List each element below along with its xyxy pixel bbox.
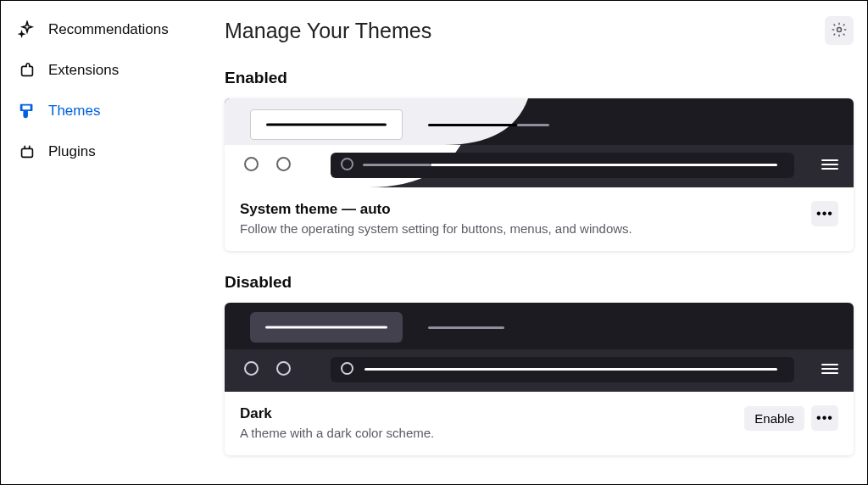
hamburger-icon (821, 361, 838, 378)
theme-description: Follow the operating system setting for … (240, 221, 632, 236)
sidebar-item-extensions[interactable]: Extensions (8, 50, 214, 91)
sidebar: Recommendations Extensions Themes (1, 1, 214, 484)
sparkle-icon (18, 20, 36, 39)
theme-preview-dark (225, 303, 854, 392)
more-options-button[interactable]: ••• (811, 405, 838, 431)
sidebar-item-label: Recommendations (48, 21, 169, 38)
brush-icon (18, 102, 36, 120)
theme-description: A theme with a dark color scheme. (240, 426, 434, 440)
puzzle-icon (18, 61, 36, 80)
hamburger-icon (821, 157, 838, 174)
theme-name: Dark (240, 405, 434, 422)
more-options-button[interactable]: ••• (811, 201, 838, 226)
settings-button[interactable] (825, 16, 854, 45)
gear-icon (831, 21, 848, 41)
ellipsis-icon: ••• (816, 410, 833, 426)
main-content: Manage Your Themes Enabled (214, 1, 867, 484)
section-enabled-title: Enabled (225, 69, 854, 87)
svg-rect-0 (22, 148, 33, 157)
sidebar-item-label: Themes (48, 103, 100, 120)
svg-point-1 (837, 27, 842, 31)
sidebar-item-label: Plugins (48, 143, 96, 160)
sidebar-item-recommendations[interactable]: Recommendations (8, 9, 214, 50)
section-disabled-title: Disabled (225, 273, 854, 292)
plug-icon (18, 142, 36, 161)
theme-name: System theme — auto (240, 201, 632, 218)
enable-button[interactable]: Enable (744, 406, 804, 431)
theme-card-dark: Dark A theme with a dark color scheme. E… (225, 303, 854, 455)
theme-card-system: System theme — auto Follow the operating… (225, 98, 854, 251)
page-title: Manage Your Themes (225, 19, 431, 43)
sidebar-item-plugins[interactable]: Plugins (8, 131, 214, 172)
sidebar-item-label: Extensions (48, 62, 119, 79)
theme-preview-system (225, 98, 854, 187)
ellipsis-icon: ••• (816, 206, 833, 221)
sidebar-item-themes[interactable]: Themes (8, 91, 214, 131)
